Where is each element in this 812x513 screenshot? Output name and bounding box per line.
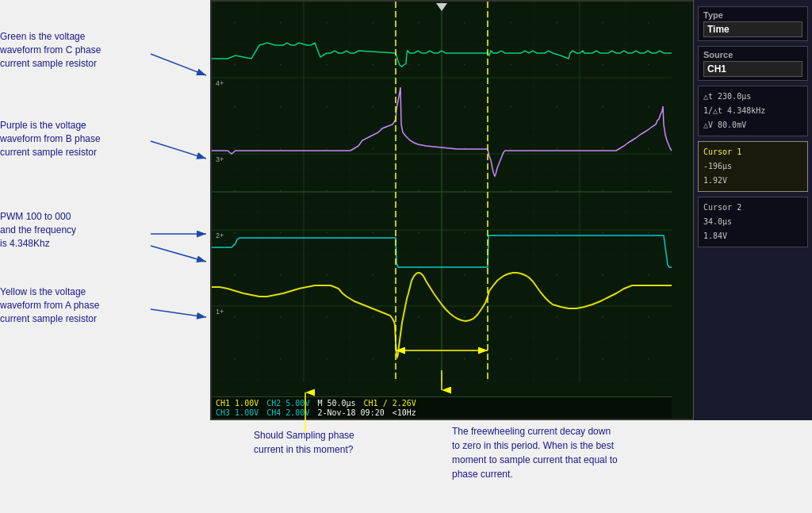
svg-line-3 <box>151 246 206 262</box>
time-scale: M 50.0µs <box>317 399 355 408</box>
type-label: Type <box>703 10 802 20</box>
svg-text:3+: 3+ <box>216 155 224 163</box>
cursor2-label: Cursor 2 <box>703 201 802 215</box>
cursor2-v: 1.84V <box>703 229 802 243</box>
cursor1-label: Cursor 1 <box>703 145 802 159</box>
yellow-label-text: Yellow is the voltage waveform from A ph… <box>0 286 99 324</box>
ch4-scale: CH4 2.00V <box>266 408 309 417</box>
right-panel: Type Time Source CH1 △t 230.0µs 1/△t 4.3… <box>693 0 812 420</box>
yellow-annotation: Yellow is the voltage waveform from A ph… <box>0 285 99 325</box>
cursor2-t: 34.0µs <box>703 215 802 229</box>
datetime: 2-Nov-18 09:20 <box>317 408 384 417</box>
freewheeling-annotation: The freewheeling current decay down to z… <box>452 424 618 481</box>
freq-limit: <10Hz <box>393 408 416 417</box>
sampling-text: Should Sampling phase current in this mo… <box>254 430 354 455</box>
delta-f: 1/△t 4.348kHz <box>703 104 802 118</box>
svg-text:2+: 2+ <box>216 232 224 239</box>
svg-line-4 <box>151 309 206 317</box>
sampling-annotation: Should Sampling phase current in this mo… <box>254 428 354 457</box>
cursor1-box: Cursor 1 -196µs 1.92V <box>698 141 808 192</box>
purple-annotation: Purple is the voltage waveform from B ph… <box>0 119 101 159</box>
ch1-scale: CH1 1.00V <box>216 399 259 408</box>
svg-text:4+: 4+ <box>216 79 224 87</box>
green-annotation: Green is the voltage waveform from C pha… <box>0 30 101 70</box>
freewheeling-text: The freewheeling current decay down to z… <box>452 426 618 480</box>
source-box: Source CH1 <box>698 46 808 81</box>
purple-label-text: Purple is the voltage waveform from B ph… <box>0 120 101 158</box>
green-label-text: Green is the voltage waveform from C pha… <box>0 31 101 69</box>
svg-line-0 <box>151 54 206 75</box>
pwm-label-text: PWM 100 to 000 and the frequency is 4.34… <box>0 211 76 249</box>
cursor1-t: -196µs <box>703 159 802 174</box>
type-box: Type Time <box>698 6 808 41</box>
pwm-annotation: PWM 100 to 000 and the frequency is 4.34… <box>0 210 76 250</box>
source-value: CH1 <box>707 63 726 75</box>
cursor1-v: 1.92V <box>703 174 802 188</box>
svg-line-1 <box>151 141 206 159</box>
delta-v: △V 80.0mV <box>703 118 802 132</box>
delta-t: △t 230.0µs <box>703 90 802 104</box>
svg-text:1+: 1+ <box>216 308 224 316</box>
measurements-box: △t 230.0µs 1/△t 4.348kHz △V 80.0mV <box>698 86 808 136</box>
source-label: Source <box>703 50 802 59</box>
cursor2-box: Cursor 2 34.0µs 1.84V <box>698 197 808 247</box>
scope-status-bar: CH1 1.00V CH2 5.00V M 50.0µs CH1 / 2.26V… <box>212 396 672 419</box>
type-value: Time <box>707 24 730 35</box>
trigger-info: CH1 / 2.26V <box>364 399 416 408</box>
ch3-scale: CH3 1.00V <box>216 408 259 417</box>
ch2-scale: CH2 5.00V <box>266 399 309 408</box>
